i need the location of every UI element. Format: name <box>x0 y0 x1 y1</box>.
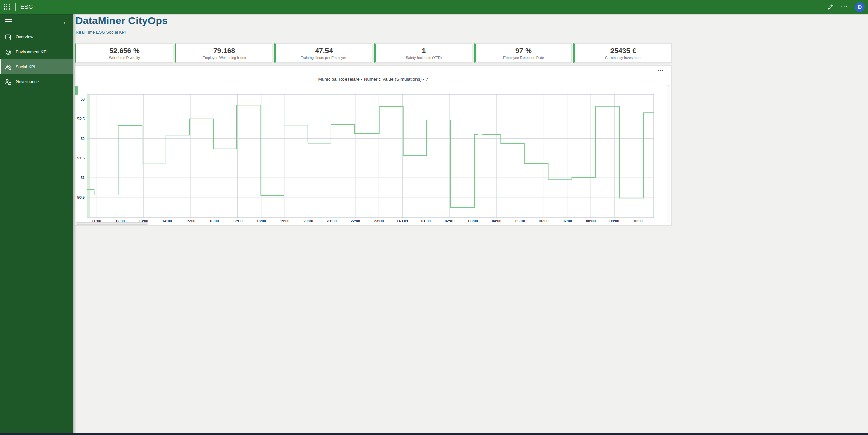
x-tick-label: 17:00 <box>233 219 242 223</box>
plot-left-band <box>87 95 90 217</box>
target-icon <box>5 49 12 55</box>
kpi-value: 52.656 % <box>109 47 140 54</box>
kpi-value: 1 <box>422 47 426 54</box>
page-subtitle: Real Time ESG Social KPI <box>76 30 126 35</box>
user-avatar[interactable]: D <box>855 2 865 12</box>
y-tick-label: 51 <box>81 176 85 180</box>
sidebar-header: ← <box>0 14 73 30</box>
x-tick-label: 10:00 <box>633 219 643 223</box>
kpi-value: 79.168 <box>213 47 235 54</box>
sidebar-item-overview[interactable]: Overview <box>0 30 73 44</box>
menu-hamburger-icon[interactable] <box>5 19 12 24</box>
kpi-card-training-hours: 47.54 Training Hours per Employee <box>274 43 372 63</box>
chart-horizontal-scrollbar[interactable] <box>76 222 148 225</box>
x-tick-label: 16:00 <box>209 219 219 223</box>
sidebar-collapse-icon[interactable]: ← <box>62 19 69 25</box>
x-tick-label: 01:00 <box>421 219 431 223</box>
topbar: ESG D <box>0 0 868 14</box>
x-tick-label: 15:00 <box>186 219 195 223</box>
chart-menu-icon[interactable] <box>657 68 665 72</box>
x-tick-label: 06:00 <box>539 219 548 223</box>
sidebar-shadow <box>73 14 76 435</box>
person-briefcase-icon <box>5 78 12 85</box>
x-tick-label: 20:00 <box>303 219 313 223</box>
sidebar-item-label: Overview <box>16 35 33 39</box>
kpi-label: Community Investment <box>605 56 641 60</box>
more-options-icon[interactable] <box>841 6 847 7</box>
x-tick-label: 22:00 <box>351 219 360 223</box>
plot-area <box>87 94 654 218</box>
kpi-label: Employee Well-being Index <box>202 56 246 60</box>
kpi-row: 52.656 % Workforce Diversity 79.168 Empl… <box>75 43 672 63</box>
x-tick-label: 23:00 <box>374 219 384 223</box>
sidebar-item-environment-kpi[interactable]: Environment KPI <box>0 44 73 59</box>
chart-vertical-scrollbar-track[interactable] <box>667 85 670 223</box>
x-tick-label: 07:00 <box>563 219 572 223</box>
kpi-card-workforce-diversity: 52.656 % Workforce Diversity <box>75 43 173 63</box>
sidebar-item-social-kpi[interactable]: Social KPI <box>0 59 73 74</box>
x-tick-label: 14:00 <box>162 219 172 223</box>
kpi-label: Employee Retention Rate <box>503 56 544 60</box>
x-tick-label: 16 Oct <box>397 219 408 223</box>
bar-chart-icon <box>5 34 12 40</box>
app-title: ESG <box>20 4 33 11</box>
kpi-card-safety-incidents: 1 Safety Incidents (YTD) <box>374 43 472 63</box>
y-tick-label: 50.5 <box>77 195 85 199</box>
sidebar: ← Overview Environment KPI <box>0 14 73 435</box>
app-launcher-icon[interactable] <box>4 4 11 11</box>
y-tick-label: 52.5 <box>77 117 85 121</box>
x-tick-label: 18:00 <box>256 219 266 223</box>
x-tick-label: 19:00 <box>280 219 289 223</box>
bottom-edge-strip <box>0 433 868 435</box>
kpi-card-wellbeing-index: 79.168 Employee Well-being Index <box>175 43 273 63</box>
x-tick-label: 09:00 <box>609 219 619 223</box>
kpi-label: Workforce Diversity <box>109 56 140 60</box>
page-title: DataMiner CityOps <box>75 15 168 26</box>
y-tick-label: 53 <box>81 97 85 101</box>
x-tick-label: 04:00 <box>492 219 501 223</box>
chart-title: Municipal Roeselare - Numeric Value (Sim… <box>75 77 671 82</box>
x-tick-label: 03:00 <box>468 219 478 223</box>
topbar-divider <box>15 3 16 11</box>
sidebar-item-label: Governance <box>16 79 39 84</box>
sidebar-item-governance[interactable]: Governance <box>0 74 73 89</box>
kpi-value: 25435 € <box>610 47 636 54</box>
kpi-label: Safety Incidents (YTD) <box>406 56 442 60</box>
chart-card: 50.55151.55252.55311:0012:0013:0014:0015… <box>75 65 672 226</box>
kpi-value: 97 % <box>515 47 532 54</box>
sidebar-item-label: Social KPI <box>16 65 35 69</box>
x-tick-label: 02:00 <box>445 219 454 223</box>
y-tick-label: 51.5 <box>77 156 85 160</box>
trend-chart[interactable]: 50.55151.55252.55311:0012:0013:0014:0015… <box>75 66 671 225</box>
x-tick-label: 21:00 <box>327 219 337 223</box>
kpi-card-retention-rate: 97 % Employee Retention Rate <box>474 43 572 63</box>
kpi-value: 47.54 <box>315 47 333 54</box>
sidebar-item-label: Environment KPI <box>16 50 48 54</box>
y-tick-label: 52 <box>81 137 85 141</box>
kpi-card-community-investment: 25435 € Community Investment <box>573 43 672 63</box>
people-icon <box>5 64 12 70</box>
x-tick-label: 08:00 <box>586 219 596 223</box>
x-tick-label: 05:00 <box>515 219 525 223</box>
kpi-label: Training Hours per Employee <box>301 56 347 60</box>
edit-pencil-icon[interactable] <box>827 4 834 10</box>
